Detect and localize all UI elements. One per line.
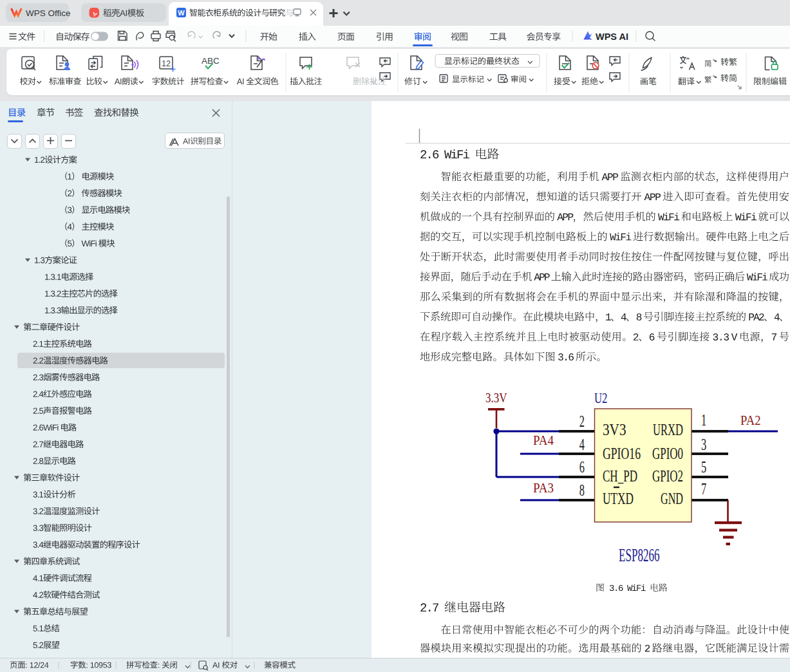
svg-text:2: 2	[579, 413, 585, 430]
svg-text:3.3V: 3.3V	[485, 389, 507, 406]
svg-text:GPIO0: GPIO0	[652, 445, 683, 462]
svg-text:W: W	[178, 9, 185, 17]
svg-text:3V3: 3V3	[603, 421, 626, 438]
svg-text:PA4: PA4	[533, 433, 554, 448]
svg-text:PA2: PA2	[740, 412, 761, 428]
svg-text:GPIO2: GPIO2	[652, 467, 683, 485]
svg-text:6: 6	[579, 458, 585, 476]
svg-text:WPS AI: WPS AI	[596, 32, 628, 42]
svg-text:12: 12	[162, 59, 171, 68]
svg-text:GND: GND	[661, 490, 683, 507]
svg-text:URXD: URXD	[653, 421, 683, 438]
svg-text:8: 8	[579, 481, 585, 499]
svg-text:4: 4	[579, 436, 585, 453]
svg-text:ESP8266: ESP8266	[619, 544, 660, 565]
svg-text:CH_PD: CH_PD	[603, 467, 637, 485]
svg-text:GPIO16: GPIO16	[603, 445, 641, 462]
svg-text:1: 1	[701, 411, 706, 429]
svg-text:PA3: PA3	[533, 480, 554, 496]
svg-text:UTXD: UTXD	[603, 490, 634, 507]
svg-text:ABC: ABC	[202, 56, 220, 66]
svg-text:7: 7	[701, 480, 706, 498]
svg-text:3: 3	[701, 436, 706, 453]
svg-text:U2: U2	[594, 389, 608, 406]
svg-text:5: 5	[701, 458, 706, 476]
svg-text:WPS Office: WPS Office	[26, 8, 71, 18]
